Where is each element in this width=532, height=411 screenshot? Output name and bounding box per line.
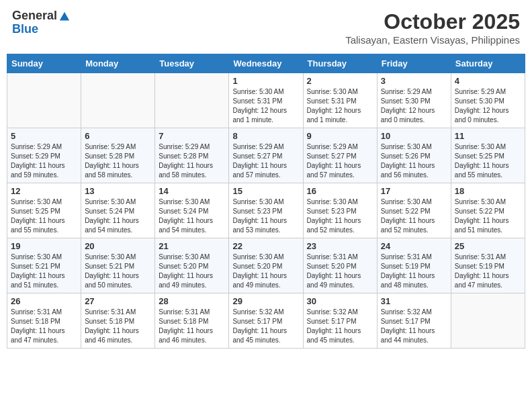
day-number: 18 bbox=[455, 186, 521, 196]
calendar-day-cell: 20Sunrise: 5:30 AMSunset: 5:21 PMDayligh… bbox=[81, 238, 155, 293]
month-title: October 2025 bbox=[345, 9, 520, 34]
day-info: Sunrise: 5:32 AMSunset: 5:17 PMDaylight:… bbox=[232, 308, 299, 345]
calendar-week-row: 26Sunrise: 5:31 AMSunset: 5:18 PMDayligh… bbox=[7, 293, 525, 349]
calendar-day-cell: 24Sunrise: 5:31 AMSunset: 5:19 PMDayligh… bbox=[377, 238, 451, 293]
calendar-day-cell: 5Sunrise: 5:29 AMSunset: 5:29 PMDaylight… bbox=[7, 128, 81, 183]
day-number: 21 bbox=[159, 241, 225, 251]
day-info: Sunrise: 5:30 AMSunset: 5:23 PMDaylight:… bbox=[232, 197, 299, 235]
calendar-week-row: 1Sunrise: 5:30 AMSunset: 5:31 PMDaylight… bbox=[7, 73, 525, 128]
day-info: Sunrise: 5:30 AMSunset: 5:21 PMDaylight:… bbox=[11, 253, 77, 290]
logo: General Blue bbox=[12, 9, 71, 36]
day-info: Sunrise: 5:30 AMSunset: 5:23 PMDaylight:… bbox=[307, 197, 373, 235]
calendar-day-cell: 26Sunrise: 5:31 AMSunset: 5:18 PMDayligh… bbox=[7, 293, 81, 349]
weekday-header: Saturday bbox=[451, 54, 525, 73]
day-number: 14 bbox=[159, 186, 225, 196]
weekday-header: Thursday bbox=[303, 54, 377, 73]
day-info: Sunrise: 5:31 AMSunset: 5:18 PMDaylight:… bbox=[11, 308, 77, 345]
calendar-week-row: 12Sunrise: 5:30 AMSunset: 5:25 PMDayligh… bbox=[7, 183, 525, 238]
day-info: Sunrise: 5:29 AMSunset: 5:30 PMDaylight:… bbox=[381, 87, 447, 125]
day-info: Sunrise: 5:30 AMSunset: 5:24 PMDaylight:… bbox=[85, 197, 151, 235]
calendar-day-cell: 9Sunrise: 5:29 AMSunset: 5:27 PMDaylight… bbox=[303, 128, 377, 183]
day-number: 15 bbox=[232, 186, 299, 196]
calendar-day-cell: 16Sunrise: 5:30 AMSunset: 5:23 PMDayligh… bbox=[303, 183, 377, 238]
calendar-day-cell bbox=[81, 73, 155, 128]
day-info: Sunrise: 5:29 AMSunset: 5:29 PMDaylight:… bbox=[11, 142, 77, 180]
calendar-day-cell: 19Sunrise: 5:30 AMSunset: 5:21 PMDayligh… bbox=[7, 238, 81, 293]
day-info: Sunrise: 5:30 AMSunset: 5:22 PMDaylight:… bbox=[455, 197, 521, 235]
day-info: Sunrise: 5:30 AMSunset: 5:20 PMDaylight:… bbox=[232, 253, 299, 290]
calendar-week-row: 5Sunrise: 5:29 AMSunset: 5:29 PMDaylight… bbox=[7, 128, 525, 183]
day-info: Sunrise: 5:29 AMSunset: 5:30 PMDaylight:… bbox=[455, 87, 521, 125]
calendar-day-cell: 14Sunrise: 5:30 AMSunset: 5:24 PMDayligh… bbox=[155, 183, 229, 238]
day-number: 16 bbox=[307, 186, 373, 196]
calendar-day-cell: 29Sunrise: 5:32 AMSunset: 5:17 PMDayligh… bbox=[229, 293, 303, 349]
calendar-day-cell: 15Sunrise: 5:30 AMSunset: 5:23 PMDayligh… bbox=[229, 183, 303, 238]
day-info: Sunrise: 5:29 AMSunset: 5:27 PMDaylight:… bbox=[307, 142, 373, 180]
calendar-day-cell: 17Sunrise: 5:30 AMSunset: 5:22 PMDayligh… bbox=[377, 183, 451, 238]
calendar-header-row: SundayMondayTuesdayWednesdayThursdayFrid… bbox=[7, 54, 525, 73]
page-header: General Blue October 2025 Talisayan, Eas… bbox=[7, 7, 525, 48]
day-info: Sunrise: 5:31 AMSunset: 5:18 PMDaylight:… bbox=[159, 308, 225, 345]
day-number: 25 bbox=[455, 241, 521, 251]
day-number: 26 bbox=[11, 296, 77, 306]
day-number: 5 bbox=[11, 131, 77, 141]
day-info: Sunrise: 5:30 AMSunset: 5:20 PMDaylight:… bbox=[159, 253, 225, 290]
day-number: 20 bbox=[85, 241, 151, 251]
logo-icon bbox=[58, 11, 71, 23]
day-info: Sunrise: 5:30 AMSunset: 5:26 PMDaylight:… bbox=[381, 142, 447, 180]
day-number: 10 bbox=[381, 131, 447, 141]
weekday-header: Monday bbox=[81, 54, 155, 73]
day-info: Sunrise: 5:29 AMSunset: 5:28 PMDaylight:… bbox=[159, 142, 225, 180]
day-number: 3 bbox=[381, 76, 447, 86]
svg-marker-0 bbox=[60, 12, 69, 21]
calendar-day-cell: 12Sunrise: 5:30 AMSunset: 5:25 PMDayligh… bbox=[7, 183, 81, 238]
day-number: 11 bbox=[455, 131, 521, 141]
calendar-day-cell: 18Sunrise: 5:30 AMSunset: 5:22 PMDayligh… bbox=[451, 183, 525, 238]
day-info: Sunrise: 5:32 AMSunset: 5:17 PMDaylight:… bbox=[381, 308, 447, 345]
title-section: October 2025 Talisayan, Eastern Visayas,… bbox=[345, 9, 520, 46]
day-number: 27 bbox=[85, 296, 151, 306]
day-number: 1 bbox=[232, 76, 299, 86]
calendar-day-cell: 22Sunrise: 5:30 AMSunset: 5:20 PMDayligh… bbox=[229, 238, 303, 293]
calendar-day-cell bbox=[451, 293, 525, 349]
calendar-day-cell: 23Sunrise: 5:31 AMSunset: 5:20 PMDayligh… bbox=[303, 238, 377, 293]
day-info: Sunrise: 5:30 AMSunset: 5:25 PMDaylight:… bbox=[11, 197, 77, 235]
day-number: 31 bbox=[381, 296, 447, 306]
day-info: Sunrise: 5:30 AMSunset: 5:31 PMDaylight:… bbox=[232, 87, 299, 125]
day-info: Sunrise: 5:30 AMSunset: 5:31 PMDaylight:… bbox=[307, 87, 373, 125]
day-number: 12 bbox=[11, 186, 77, 196]
day-info: Sunrise: 5:31 AMSunset: 5:18 PMDaylight:… bbox=[85, 308, 151, 345]
location-title: Talisayan, Eastern Visayas, Philippines bbox=[345, 34, 520, 46]
day-number: 6 bbox=[85, 131, 151, 141]
day-info: Sunrise: 5:30 AMSunset: 5:24 PMDaylight:… bbox=[159, 197, 225, 235]
day-number: 4 bbox=[455, 76, 521, 86]
day-info: Sunrise: 5:29 AMSunset: 5:28 PMDaylight:… bbox=[85, 142, 151, 180]
day-number: 8 bbox=[232, 131, 299, 141]
day-number: 23 bbox=[307, 241, 373, 251]
day-number: 17 bbox=[381, 186, 447, 196]
calendar-day-cell: 1Sunrise: 5:30 AMSunset: 5:31 PMDaylight… bbox=[229, 73, 303, 128]
calendar-day-cell: 27Sunrise: 5:31 AMSunset: 5:18 PMDayligh… bbox=[81, 293, 155, 349]
calendar-day-cell: 8Sunrise: 5:29 AMSunset: 5:27 PMDaylight… bbox=[229, 128, 303, 183]
calendar-day-cell bbox=[7, 73, 81, 128]
calendar-day-cell: 13Sunrise: 5:30 AMSunset: 5:24 PMDayligh… bbox=[81, 183, 155, 238]
calendar-day-cell: 7Sunrise: 5:29 AMSunset: 5:28 PMDaylight… bbox=[155, 128, 229, 183]
day-number: 29 bbox=[232, 296, 299, 306]
calendar-week-row: 19Sunrise: 5:30 AMSunset: 5:21 PMDayligh… bbox=[7, 238, 525, 293]
calendar-day-cell: 2Sunrise: 5:30 AMSunset: 5:31 PMDaylight… bbox=[303, 73, 377, 128]
calendar-day-cell bbox=[155, 73, 229, 128]
calendar-day-cell: 25Sunrise: 5:31 AMSunset: 5:19 PMDayligh… bbox=[451, 238, 525, 293]
weekday-header: Tuesday bbox=[155, 54, 229, 73]
day-number: 13 bbox=[85, 186, 151, 196]
logo-text: General Blue bbox=[12, 9, 57, 36]
day-number: 19 bbox=[11, 241, 77, 251]
calendar-day-cell: 10Sunrise: 5:30 AMSunset: 5:26 PMDayligh… bbox=[377, 128, 451, 183]
day-number: 30 bbox=[307, 296, 373, 306]
day-number: 9 bbox=[307, 131, 373, 141]
calendar-day-cell: 28Sunrise: 5:31 AMSunset: 5:18 PMDayligh… bbox=[155, 293, 229, 349]
calendar-day-cell: 11Sunrise: 5:30 AMSunset: 5:25 PMDayligh… bbox=[451, 128, 525, 183]
day-info: Sunrise: 5:31 AMSunset: 5:20 PMDaylight:… bbox=[307, 253, 373, 290]
calendar-day-cell: 6Sunrise: 5:29 AMSunset: 5:28 PMDaylight… bbox=[81, 128, 155, 183]
logo-general: General bbox=[12, 9, 57, 23]
day-info: Sunrise: 5:32 AMSunset: 5:17 PMDaylight:… bbox=[307, 308, 373, 345]
